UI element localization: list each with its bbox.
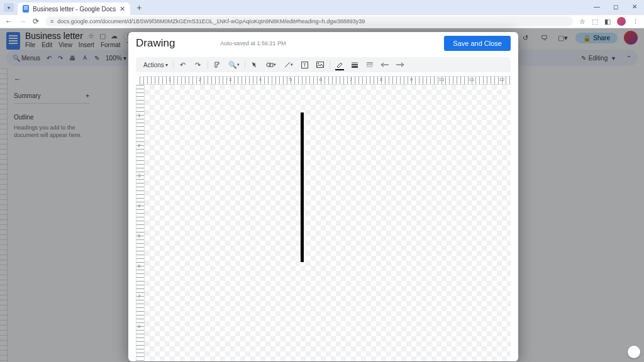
drawing-toolbar: Actions▾ ↶ ↷ 🔍▾ ▾ ▾ T: [136, 57, 511, 72]
ruler-h-number: 12: [499, 77, 505, 82]
svg-point-6: [318, 63, 319, 64]
browser-tab[interactable]: Business letter - Google Docs ✕: [18, 3, 130, 15]
drawing-vertical-ruler: 12345678: [136, 85, 145, 361]
close-tab-icon[interactable]: ✕: [119, 5, 125, 13]
extensions-icon[interactable]: ⬚: [592, 18, 598, 26]
url-text: docs.google.com/document/d/1BSW9f38M0MZk…: [57, 18, 365, 25]
text-box-tool[interactable]: T: [298, 58, 312, 71]
ruler-v-number: 7: [138, 293, 140, 299]
line-start-button[interactable]: [378, 58, 392, 71]
drawing-canvas[interactable]: [145, 85, 511, 361]
maximize-window-button[interactable]: ◻: [606, 0, 625, 13]
ruler-v-number: 3: [138, 173, 140, 178]
chrome-menu-icon[interactable]: ⋮: [632, 18, 639, 26]
side-panel-icon[interactable]: ◧: [604, 18, 611, 26]
address-bar[interactable]: ≡ docs.google.com/document/d/1BSW9f38M0M…: [45, 16, 573, 26]
paint-format-button[interactable]: [211, 58, 225, 71]
reload-button[interactable]: ⟳: [33, 17, 39, 26]
explore-fab[interactable]: [628, 346, 640, 358]
svg-line-2: [285, 62, 290, 67]
ruler-h-number: 2: [199, 77, 201, 82]
site-info-icon[interactable]: ≡: [50, 18, 53, 25]
line-color-button[interactable]: [333, 58, 347, 71]
ruler-h-number: 6: [319, 77, 322, 82]
drawing-modal-title: Drawing: [136, 37, 175, 50]
drawing-modal: Drawing Auto-saved at 1:56:21 PM Save an…: [128, 32, 518, 361]
save-and-close-button[interactable]: Save and Close: [444, 36, 511, 51]
svg-rect-5: [316, 62, 323, 68]
close-window-button[interactable]: ✕: [625, 0, 644, 13]
redo-button[interactable]: ↷: [191, 58, 205, 71]
line-dash-button[interactable]: [363, 58, 377, 71]
svg-text:T: T: [303, 62, 306, 68]
new-tab-button[interactable]: +: [136, 3, 142, 13]
undo-button[interactable]: ↶: [176, 58, 190, 71]
zoom-dropdown[interactable]: 🔍▾: [226, 58, 242, 71]
ruler-h-number: 10: [439, 77, 445, 82]
ruler-h-number: 3: [229, 77, 231, 82]
drawn-line-shape[interactable]: [301, 112, 304, 262]
line-weight-button[interactable]: [348, 58, 362, 71]
ruler-v-number: 8: [138, 324, 140, 329]
actions-menu[interactable]: Actions▾: [141, 58, 170, 71]
line-end-button[interactable]: [393, 58, 407, 71]
ruler-v-number: 4: [138, 203, 140, 209]
forward-button[interactable]: →: [19, 17, 26, 26]
minimize-window-button[interactable]: —: [587, 0, 606, 13]
shape-tool[interactable]: ▾: [263, 58, 279, 71]
ruler-v-number: 1: [138, 112, 140, 118]
ruler-h-number: 7: [350, 77, 352, 82]
ruler-h-number: 11: [469, 77, 475, 82]
select-tool[interactable]: [248, 58, 262, 71]
ruler-h-number: 1: [169, 77, 171, 82]
tab-search-dropdown[interactable]: ▾: [4, 3, 14, 12]
ruler-h-number: 4: [259, 77, 262, 82]
docs-favicon: [23, 5, 29, 13]
back-button[interactable]: ←: [5, 17, 13, 26]
ruler-v-number: 6: [138, 263, 140, 269]
ruler-h-number: 8: [380, 77, 382, 82]
ruler-v-number: 5: [138, 233, 140, 239]
ruler-v-number: 2: [138, 143, 140, 148]
ruler-h-number: 9: [410, 77, 413, 82]
profile-avatar[interactable]: [617, 17, 626, 26]
bookmark-icon[interactable]: ☆: [579, 18, 586, 26]
ruler-h-number: 5: [289, 77, 292, 82]
tab-title: Business letter - Google Docs: [33, 6, 116, 13]
drawing-horizontal-ruler: 123456789101112: [136, 76, 511, 85]
line-tool[interactable]: ▾: [280, 58, 297, 71]
image-tool[interactable]: [313, 58, 327, 71]
autosave-status: Auto-saved at 1:56:21 PM: [220, 40, 286, 47]
